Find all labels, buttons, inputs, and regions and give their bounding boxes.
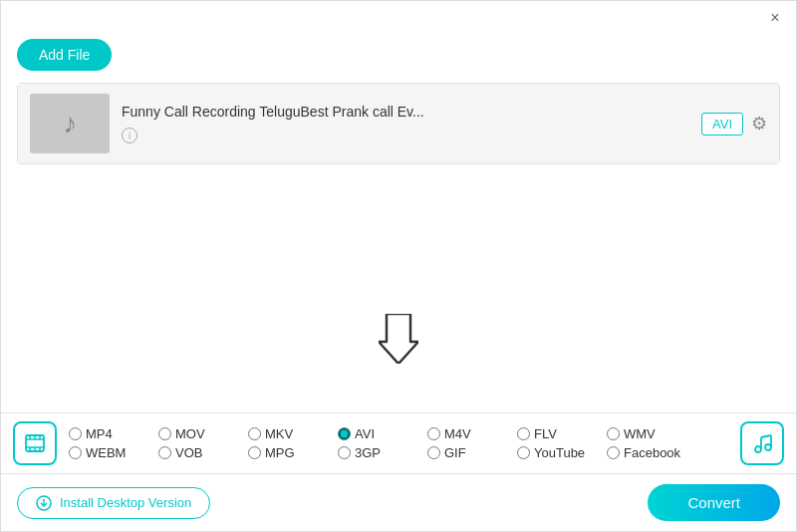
svg-point-10 — [755, 446, 761, 452]
format-option-avi[interactable]: AVI — [338, 426, 427, 441]
convert-button[interactable]: Convert — [648, 484, 780, 521]
film-icon — [24, 432, 46, 454]
audio-icon — [751, 432, 773, 454]
radio-gif[interactable] — [427, 446, 440, 459]
format-options: MP4 MOV MKV AVI M4V FLV WM — [69, 426, 728, 460]
file-info: Funny Call Recording TeluguBest Prank ca… — [110, 104, 701, 144]
title-bar: × — [1, 1, 796, 35]
bottom-panel: MP4 MOV MKV AVI M4V FLV WM — [1, 412, 796, 531]
close-button[interactable]: × — [766, 9, 784, 27]
file-thumbnail: ♪ — [30, 94, 110, 153]
format-option-mp4[interactable]: MP4 — [69, 426, 158, 441]
file-actions: AVI ⚙ — [701, 113, 767, 135]
format-option-vob[interactable]: VOB — [158, 445, 248, 460]
install-desktop-button[interactable]: Install Desktop Version — [17, 487, 210, 519]
radio-facebook[interactable] — [607, 446, 620, 459]
radio-m4v[interactable] — [427, 427, 440, 440]
file-item: ♪ Funny Call Recording TeluguBest Prank … — [18, 84, 779, 163]
main-content — [1, 164, 796, 394]
file-name: Funny Call Recording TeluguBest Prank ca… — [122, 104, 689, 120]
radio-vob[interactable] — [158, 446, 171, 459]
format-option-facebook[interactable]: Facebook — [607, 445, 696, 460]
radio-mov[interactable] — [158, 427, 171, 440]
info-icon[interactable]: i — [122, 128, 137, 143]
add-file-button[interactable]: Add File — [17, 39, 112, 71]
format-option-mov[interactable]: MOV — [158, 426, 248, 441]
format-row-1: MP4 MOV MKV AVI M4V FLV WM — [69, 426, 728, 441]
format-option-webm[interactable]: WEBM — [69, 445, 158, 460]
radio-mp4[interactable] — [69, 427, 82, 440]
format-option-3gp[interactable]: 3GP — [338, 445, 427, 460]
file-list-area: ♪ Funny Call Recording TeluguBest Prank … — [17, 83, 780, 164]
format-row-2: WEBM VOB MPG 3GP GIF YouTube — [69, 445, 728, 460]
radio-mpg[interactable] — [248, 446, 261, 459]
format-option-m4v[interactable]: M4V — [427, 426, 517, 441]
format-option-wmv[interactable]: WMV — [607, 426, 696, 441]
music-note-icon: ♪ — [63, 108, 77, 139]
format-badge-button[interactable]: AVI — [701, 113, 743, 135]
video-format-icon[interactable] — [13, 421, 57, 465]
radio-youtube[interactable] — [517, 446, 530, 459]
radio-3gp[interactable] — [338, 446, 351, 459]
format-option-gif[interactable]: GIF — [427, 445, 517, 460]
svg-line-14 — [761, 435, 771, 437]
radio-avi[interactable] — [338, 427, 351, 440]
radio-flv[interactable] — [517, 427, 530, 440]
format-option-youtube[interactable]: YouTube — [517, 445, 607, 460]
radio-mkv[interactable] — [248, 427, 261, 440]
audio-format-button[interactable] — [740, 421, 784, 465]
format-option-mkv[interactable]: MKV — [248, 426, 338, 441]
format-option-flv[interactable]: FLV — [517, 426, 607, 441]
svg-marker-0 — [379, 314, 418, 364]
settings-icon[interactable]: ⚙ — [751, 113, 767, 134]
radio-wmv[interactable] — [607, 427, 620, 440]
format-option-mpg[interactable]: MPG — [248, 445, 338, 460]
download-icon — [36, 495, 52, 511]
footer: Install Desktop Version Convert — [1, 474, 796, 531]
format-selector: MP4 MOV MKV AVI M4V FLV WM — [1, 413, 796, 474]
radio-webm[interactable] — [69, 446, 82, 459]
down-arrow-icon — [379, 314, 418, 364]
svg-point-11 — [765, 444, 771, 450]
